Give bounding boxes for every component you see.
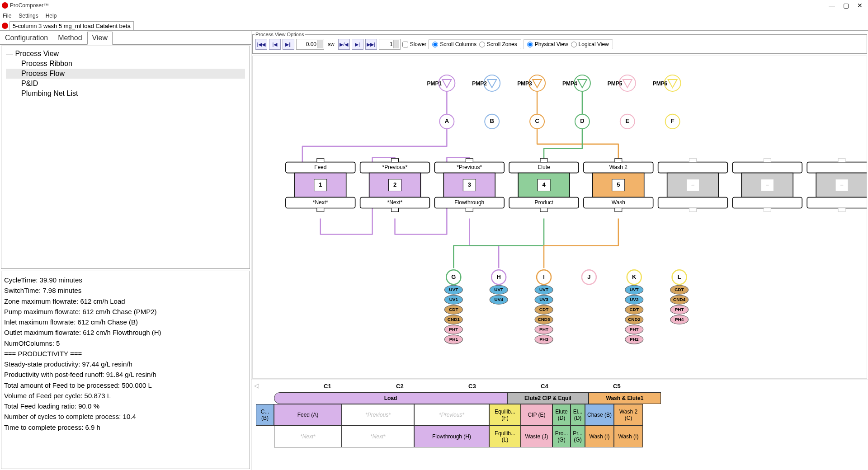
ribbon-cell: Wash 2 (C) — [614, 404, 643, 426]
svg-text:D: D — [580, 118, 584, 124]
svg-rect-75 — [658, 162, 728, 173]
process-view-options: Process View Options |◀◀ |◀ ▶|| 0.00 sw … — [252, 32, 867, 54]
info-line: Total amount of Feed to be processed: 50… — [4, 380, 247, 390]
tree-item-process-ribbon[interactable]: Process Ribbon — [6, 59, 245, 69]
ribbon-cell: C... (B) — [256, 404, 274, 426]
svg-text:UVT: UVT — [494, 287, 503, 292]
svg-text:UVT: UVT — [630, 287, 639, 292]
svg-text:UV2: UV2 — [630, 297, 639, 302]
svg-text:UV4: UV4 — [494, 297, 503, 302]
ribbon-cell: Equilib... (L) — [489, 426, 521, 447]
svg-text:CDT: CDT — [675, 287, 684, 292]
scroll-mode-group: Scroll Columns Scroll Zones — [428, 39, 521, 49]
tab-method[interactable]: Method — [53, 32, 87, 44]
svg-rect-79 — [658, 197, 728, 208]
ribbon-scroll-left[interactable]: ◁ — [254, 382, 259, 389]
scroll-columns-radio[interactable] — [432, 42, 438, 47]
step-back-button[interactable]: |◀ — [269, 39, 281, 50]
svg-text:*Previous*: *Previous* — [382, 164, 408, 170]
svg-text:Product: Product — [534, 199, 553, 206]
app-icon — [2, 2, 8, 9]
tree-root[interactable]: — Process View — [6, 49, 245, 59]
ribbon-cell: Pr... (G) — [571, 426, 585, 447]
scroll-zones-radio[interactable] — [479, 42, 485, 47]
svg-text:4: 4 — [542, 181, 546, 188]
ribbon-zone: Elute2 CIP & Equil — [507, 392, 589, 404]
svg-text:PMP5: PMP5 — [608, 80, 623, 87]
info-line: Pump maximum flowrate: 612 cm/h Chase (P… — [4, 306, 247, 317]
ribbon-cell: *Previous* — [414, 404, 489, 426]
svg-text:*Next*: *Next* — [313, 199, 328, 206]
count-spinner[interactable]: 1 — [379, 39, 401, 50]
step-fwd-button[interactable]: ▶| — [352, 39, 363, 50]
ribbon-cell: *Previous* — [342, 404, 414, 426]
svg-text:CND3: CND3 — [538, 317, 550, 322]
tab-view[interactable]: View — [87, 32, 113, 45]
time-spinner[interactable]: 0.00 — [296, 39, 324, 50]
app-title: ProComposer™ — [10, 2, 49, 9]
svg-text:Flowthrough: Flowthrough — [454, 199, 484, 206]
svg-rect-65 — [540, 208, 547, 212]
svg-text:PH3: PH3 — [539, 337, 548, 342]
svg-text:CND4: CND4 — [673, 297, 686, 302]
ribbon-cell: Pro... (G) — [552, 426, 571, 447]
right-pane: Process View Options |◀◀ |◀ ▶|| 0.00 sw … — [251, 31, 868, 470]
tree-item-plumbing-net-list[interactable]: Plumbing Net List — [6, 89, 245, 99]
svg-text:2: 2 — [393, 181, 396, 188]
ribbon-cell: Chase (B) — [585, 404, 614, 426]
ribbon-cell: Waste (J) — [521, 426, 552, 447]
svg-text:G: G — [451, 273, 456, 280]
info-line: Total Feed loading ratio: 90.0 % — [4, 401, 247, 411]
document-tab[interactable]: 5-column 3 wash 5 mg_ml load Catalent be… — [9, 21, 134, 30]
menu-settings[interactable]: Settings — [19, 13, 38, 19]
physical-view-radio[interactable] — [527, 42, 533, 47]
pv-options-legend: Process View Options — [255, 32, 305, 37]
svg-text:PH4: PH4 — [675, 317, 684, 322]
ffwd-button[interactable]: ▶▶| — [365, 39, 377, 50]
nav-tabs: Configuration Method View — [0, 31, 251, 45]
svg-text:E: E — [625, 118, 629, 124]
svg-rect-56 — [466, 208, 473, 212]
ribbon-cell: El... (D) — [571, 404, 585, 426]
svg-text:PHT: PHT — [630, 327, 639, 332]
menu-file[interactable]: File — [3, 13, 11, 19]
svg-rect-82 — [732, 162, 802, 173]
svg-text:–: – — [840, 181, 843, 188]
sw-label: sw — [326, 41, 336, 47]
svg-text:UV1: UV1 — [449, 297, 458, 302]
tree-view: — Process View Process RibbonProcess Flo… — [1, 46, 250, 269]
svg-text:Wash 2: Wash 2 — [609, 164, 627, 170]
svg-rect-37 — [317, 159, 324, 162]
menu-help[interactable]: Help — [46, 13, 57, 19]
toggle-button[interactable]: ▶/◀ — [338, 39, 350, 50]
slower-checkbox[interactable] — [402, 42, 408, 47]
maximize-button[interactable]: ▢ — [843, 2, 849, 9]
logical-view-radio[interactable] — [571, 42, 577, 47]
close-button[interactable]: ✕ — [857, 2, 863, 9]
process-flow-canvas[interactable]: PMP1APMP2BPMP3CPMP4DPMP5EPMP6FFeed1*Next… — [252, 56, 867, 379]
svg-text:CDT: CDT — [629, 307, 639, 312]
info-line: Volume of Feed per cycle: 50.873 L — [4, 390, 247, 401]
ribbon-cell: Flowthrough (H) — [414, 426, 489, 447]
info-line: Productivity with post-feed runoff: 91.8… — [4, 369, 247, 380]
svg-text:Elute: Elute — [538, 164, 550, 170]
svg-text:PMP2: PMP2 — [472, 80, 487, 87]
info-line: === PRODUCTIVITY === — [4, 348, 247, 359]
svg-rect-74 — [615, 208, 622, 212]
svg-text:PMP1: PMP1 — [427, 80, 442, 87]
svg-text:F: F — [671, 118, 675, 124]
tree-item-p-id[interactable]: P&ID — [6, 79, 245, 89]
svg-text:–: – — [766, 181, 769, 188]
rewind-button[interactable]: |◀◀ — [255, 39, 267, 50]
svg-text:B: B — [490, 118, 494, 124]
svg-rect-88 — [764, 208, 771, 212]
svg-text:J: J — [587, 273, 590, 280]
tab-configuration[interactable]: Configuration — [0, 32, 53, 44]
svg-rect-86 — [732, 197, 802, 208]
ribbon-cell: Equilib... (F) — [489, 404, 521, 426]
minimize-button[interactable]: — — [829, 2, 835, 9]
menu-bar: File Settings Help — [0, 11, 868, 21]
tree-item-process-flow[interactable]: Process Flow — [6, 69, 245, 79]
play-pause-button[interactable]: ▶|| — [283, 39, 294, 50]
svg-rect-94 — [838, 159, 845, 162]
